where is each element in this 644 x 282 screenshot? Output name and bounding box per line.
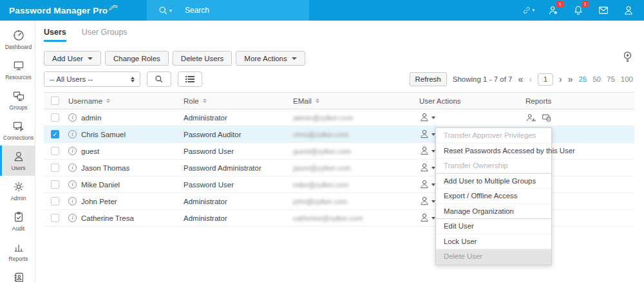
sidebar-item-label: Dashboard (5, 44, 32, 50)
sort-icon[interactable] (106, 99, 110, 103)
username-text: admin (81, 114, 101, 122)
row-checkbox[interactable] (51, 214, 59, 222)
current-page-box[interactable]: 1 (538, 73, 553, 86)
page-size-100[interactable]: 100 (621, 75, 633, 83)
column-chooser-button[interactable] (178, 71, 202, 87)
bell-icon[interactable]: ! (572, 4, 585, 17)
topbar: Password Manager Pro ▾ Search ▾!! (0, 0, 644, 21)
sort-icon[interactable] (203, 99, 207, 103)
sidebar-item-audit[interactable]: Audit (0, 206, 35, 236)
delete-users-button[interactable]: Delete Users (173, 51, 232, 66)
role-cell: Administrator (184, 114, 293, 122)
tab-user-groups[interactable]: User Groups (82, 28, 128, 42)
username-cell: i Chris Samuel (68, 130, 184, 138)
pagination: Refresh Showing 1 - 7 of 7 « ‹ 1 › » 255… (410, 72, 634, 86)
caret-down-icon: ▾ (532, 8, 535, 13)
add-user-button[interactable]: Add User (44, 51, 101, 66)
user-action-icon (419, 212, 430, 224)
table-search-button[interactable] (147, 71, 171, 87)
email-cell-blurred: admin@zylker.com (293, 114, 419, 122)
smart-tip-bulb-icon[interactable] (622, 51, 633, 66)
row-checkbox[interactable] (51, 147, 59, 155)
sidebar-item-dashboard[interactable]: Dashboard (0, 24, 35, 55)
topbar-icons: ▾!! (522, 0, 644, 21)
page-size-75[interactable]: 75 (607, 75, 615, 83)
more-actions-button[interactable]: More Actions (236, 51, 305, 66)
select-all-checkbox[interactable] (51, 97, 59, 105)
email-cell-blurred: mike@zylker.com (293, 181, 419, 189)
link-icon[interactable]: ▾ (522, 4, 535, 17)
user-action-icon (419, 146, 430, 157)
sidebar-item-connections[interactable]: Connections (0, 115, 35, 146)
row-checkbox[interactable] (51, 197, 59, 205)
menu-item-reset-passwords-accessed-by-this-user[interactable]: Reset Passwords Accessed by this User (436, 144, 551, 159)
info-icon[interactable]: i (68, 214, 77, 222)
column-header-email[interactable]: EMail (293, 97, 419, 105)
role-cell: Password Administrator (184, 164, 293, 172)
user-icon[interactable] (622, 4, 635, 17)
menu-item-export-offline-access[interactable]: Export / Offline Access (436, 189, 551, 204)
info-icon[interactable]: i (68, 113, 77, 122)
admin-icon (12, 180, 25, 193)
user-filter-select[interactable]: -- All Users -- (44, 71, 140, 87)
email-cell-blurred: catherine@zylker.com (293, 214, 419, 222)
column-header-username[interactable]: Username (68, 97, 184, 105)
last-page-icon[interactable]: » (568, 75, 573, 84)
sidebar-item-admin[interactable]: Admin (0, 176, 35, 206)
refresh-button[interactable]: Refresh (410, 72, 447, 86)
page-size-25[interactable]: 25 (578, 75, 587, 83)
user-actions-button[interactable] (419, 112, 526, 124)
info-icon[interactable]: i (68, 147, 77, 155)
column-header-role[interactable]: Role (184, 97, 293, 105)
users-icon (12, 150, 25, 163)
username-cell: i John Peter (68, 197, 184, 205)
brand-title: Password Manager Pro (9, 6, 108, 15)
sidebar-item-label: Reports (9, 256, 28, 262)
sort-icon[interactable] (316, 99, 319, 103)
sidebar-item-label: Audit (12, 225, 24, 232)
row-checkbox[interactable] (51, 113, 59, 122)
info-icon[interactable]: i (68, 164, 77, 172)
caret-down-icon (292, 57, 297, 60)
role-cell: Password Auditor (184, 131, 293, 138)
email-cell-blurred: chris@zylker.com (293, 131, 419, 138)
prev-page-icon[interactable]: ‹ (529, 75, 532, 84)
first-page-icon[interactable]: « (518, 75, 523, 84)
change-roles-button[interactable]: Change Roles (105, 51, 169, 66)
info-icon[interactable]: i (68, 180, 77, 189)
reports-cell (526, 113, 634, 123)
info-icon[interactable]: i (68, 130, 77, 138)
menu-item-delete-user[interactable]: Delete User (436, 249, 551, 265)
mail-icon[interactable] (597, 4, 610, 17)
username-cell: i Catherine Tresa (68, 214, 184, 222)
next-page-icon[interactable]: › (559, 75, 562, 84)
menu-item-manage-organization[interactable]: Manage Organization (436, 204, 551, 220)
username-text: guest (81, 147, 99, 155)
search-icon (158, 6, 168, 15)
menu-item-add-user-to-multiple-groups[interactable]: Add User to Multiple Groups (436, 174, 551, 189)
user-action-icon (419, 162, 430, 174)
global-search[interactable]: ▾ Search (147, 0, 309, 21)
menu-item-lock-user[interactable]: Lock User (436, 234, 551, 250)
info-icon[interactable]: i (68, 197, 77, 205)
sidebar-item-users[interactable]: Users (0, 146, 35, 176)
brand: Password Manager Pro (0, 0, 147, 21)
page-size-50[interactable]: 50 (592, 75, 601, 83)
menu-item-edit-user[interactable]: Edit User (436, 219, 551, 234)
username-text: John Peter (81, 198, 117, 205)
sidebar-item-reports[interactable]: Reports (0, 236, 35, 267)
tab-users[interactable]: Users (44, 28, 66, 42)
row-checkbox[interactable]: ✓ (51, 130, 59, 138)
sidebar-item-personal[interactable]: Personal (0, 267, 35, 282)
sidebar-item-groups[interactable]: Groups (0, 85, 35, 115)
row-checkbox[interactable] (51, 180, 59, 189)
resource-report-icon[interactable] (542, 113, 552, 123)
user-report-icon[interactable] (526, 113, 536, 123)
row-checkbox[interactable] (51, 164, 59, 172)
sidebar-item-resources[interactable]: Resources (0, 55, 35, 85)
tab-bar: UsersUser Groups (35, 21, 644, 42)
role-cell: Password User (184, 147, 293, 155)
column-header-reports: Reports (526, 97, 634, 105)
username-text: Mike Daniel (81, 181, 120, 189)
user-star-icon[interactable]: ! (547, 4, 560, 17)
